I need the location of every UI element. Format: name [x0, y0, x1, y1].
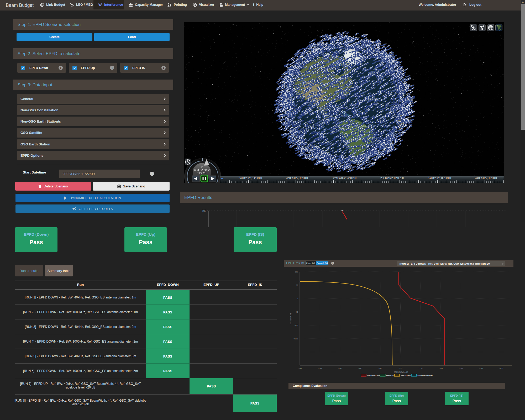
svg-text:10: 10 [296, 284, 298, 286]
svg-text:-195: -195 [318, 368, 322, 369]
svg-text:-170: -170 [419, 368, 422, 369]
svg-text:-175: -175 [398, 368, 402, 369]
svg-text:0.1: 0.1 [296, 311, 298, 313]
svg-text:-150: -150 [499, 368, 503, 369]
svg-text:100: 100 [202, 209, 206, 212]
svg-text:11:27:9: 11:27:9 [197, 171, 206, 175]
svg-text:Probability [%]: Probability [%] [290, 313, 292, 324]
svg-text:Aug 22 2022: Aug 22 2022 [194, 168, 210, 171]
svg-text:0.01: 0.01 [295, 324, 298, 326]
svg-text:EPFD [Down]: EPFD [Down] [401, 375, 411, 376]
svg-text:100: 100 [295, 271, 298, 273]
svg-text:-200: -200 [298, 368, 302, 369]
svg-text:0.001: 0.001 [293, 338, 298, 340]
svg-text:-190: -190 [338, 368, 342, 369]
svg-text:Theoretical Limit: Theoretical Limit [367, 375, 380, 376]
svg-text:1: 1 [297, 298, 298, 300]
svg-text:-160: -160 [459, 368, 463, 369]
svg-text:-185: -185 [358, 368, 362, 369]
svg-text:EPFD[Up]: EPFD[Up] [386, 375, 393, 376]
svg-text:EPFD [dBW/m.2]: EPFD [dBW/m.2] [394, 371, 408, 373]
svg-text:EPFD[Inter-satellite]: EPFD[Inter-satellite] [418, 375, 433, 376]
svg-text:-155: -155 [479, 368, 483, 369]
svg-text:-180: -180 [379, 368, 382, 369]
svg-text:-165: -165 [439, 368, 443, 369]
svg-text:1x: 1x [201, 165, 203, 168]
svg-text:A: A [99, 3, 101, 7]
